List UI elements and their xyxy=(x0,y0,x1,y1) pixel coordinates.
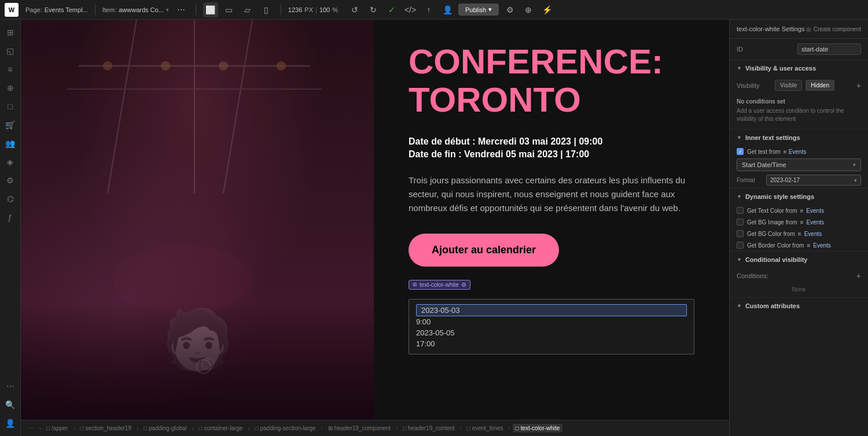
padding-icon: □ xyxy=(144,425,147,431)
zoom-unit: % xyxy=(332,6,338,13)
redo-icon[interactable]: ↻ xyxy=(366,2,381,17)
sidebar-icon-search[interactable]: 🔍 xyxy=(2,397,19,413)
item-options-icon[interactable]: ⋯ xyxy=(174,2,189,17)
inner-text-section: ▼ Inner text settings ✓ Get text from ≡ … xyxy=(730,129,868,188)
format-label: Format xyxy=(737,177,763,183)
breadcrumb-section-header19[interactable]: □ section_header19 xyxy=(77,424,134,433)
inner-text-section-header[interactable]: ▼ Inner text settings xyxy=(730,130,868,146)
settings-top-icon[interactable]: ⚙ xyxy=(502,2,517,17)
breadcrumb-bar: ⋯ › □ /apper › □ section_header19 › □ pa… xyxy=(21,420,729,436)
sidebar-icon-functions[interactable]: ƒ xyxy=(2,209,19,226)
mobile-landscape-icon[interactable]: ▱ xyxy=(240,2,255,17)
sidebar-icon-components[interactable]: □ xyxy=(2,98,19,114)
desktop-view-icon[interactable]: ⬜ xyxy=(203,2,218,17)
sidebar-icon-more[interactable]: ⋯ xyxy=(2,378,19,394)
element-chip-wrapper: ⊞ text-color-white ⚙ xyxy=(409,278,694,294)
sidebar-icon-transform[interactable]: ⌬ xyxy=(2,191,19,207)
publish-button[interactable]: Publish ▾ xyxy=(458,3,499,16)
event-times-icon: □ xyxy=(467,425,470,431)
content-icon: □ xyxy=(403,425,406,431)
hero-image: 🧑 ○ ○ xyxy=(21,20,374,420)
text-color-white-icon: □ xyxy=(516,425,519,431)
item-dropdown-icon[interactable]: ▾ xyxy=(166,7,169,13)
share-icon[interactable]: ↑ xyxy=(421,2,436,17)
calendar-row-3: 17:00 xyxy=(416,338,687,349)
add-calendar-button[interactable]: Ajouter au calendrier xyxy=(409,234,559,267)
breadcrumb-padding-global[interactable]: □ padding-global xyxy=(141,424,190,433)
bg-image-label: Get BG Image from ≡ Events xyxy=(747,219,861,226)
visibility-add-icon[interactable]: + xyxy=(856,81,861,90)
event-description: Trois jours passionnants avec certains d… xyxy=(409,173,694,215)
event-content: CONFERENCE: TORONTO Date de début : Merc… xyxy=(374,20,729,420)
view-icons: ⬜ ▭ ▱ ▯ xyxy=(203,2,274,17)
visibility-toggle-icon: ▼ xyxy=(737,65,742,71)
date-end: Date de fin : Vendredi 05 mai 2023 | 17:… xyxy=(409,149,694,160)
section-icon: □ xyxy=(80,425,83,431)
conditions-add-button[interactable]: + xyxy=(856,271,861,280)
save-icon[interactable]: ✓ xyxy=(384,2,399,17)
zoom-value[interactable]: 100 xyxy=(319,6,330,13)
field-select[interactable]: Start Date/Time ▾ xyxy=(737,158,861,171)
breadcrumb-text-color-white[interactable]: □ text-color-white xyxy=(513,424,563,433)
id-input[interactable] xyxy=(797,43,861,55)
get-text-label: Get text from ≡ Events xyxy=(747,149,806,155)
field-select-caret: ▾ xyxy=(853,162,856,168)
bg-color-label: Get BG Color from ≡ Events xyxy=(747,231,861,237)
hidden-button[interactable]: Hidden xyxy=(806,80,834,91)
breadcrumb-event-times[interactable]: □ event_times xyxy=(464,424,506,433)
calendar-row-0[interactable]: 2023-05-03 xyxy=(416,304,687,316)
text-color-checkbox[interactable] xyxy=(737,207,744,214)
canvas: 🧑 ○ ○ CONFERENCE: TORONTO xyxy=(21,20,729,436)
dynamic-style-header[interactable]: ▼ Dynamic style settings xyxy=(730,189,868,205)
conditions-label: Conditions: xyxy=(737,272,768,279)
sidebar-icon-elements[interactable]: ◱ xyxy=(2,43,19,59)
border-color-checkbox[interactable] xyxy=(737,242,744,249)
conditions-desc: Add a user access condition to control t… xyxy=(737,107,861,123)
button-wrapper: Ajouter au calendrier xyxy=(409,234,694,274)
undo-icon[interactable]: ↺ xyxy=(347,2,362,17)
sidebar-icon-pages[interactable]: ⊞ xyxy=(2,24,19,40)
mobile-portrait-icon[interactable]: ▯ xyxy=(259,2,274,17)
sidebar-icon-settings[interactable]: ⚙ xyxy=(2,172,19,189)
sidebar-icon-ecommerce[interactable]: 🛒 xyxy=(2,117,19,133)
collaborators-icon[interactable]: 👤 xyxy=(440,2,455,17)
get-text-color-row: Get Text Color from ≡ Events xyxy=(730,205,868,216)
bg-color-checkbox[interactable] xyxy=(737,230,744,237)
lightning-icon[interactable]: ⚡ xyxy=(539,2,554,17)
breadcrumb-header19-content[interactable]: □ header19_content xyxy=(400,424,458,433)
more-icon: ⋯ xyxy=(28,425,34,431)
dynamic-style-toggle-icon: ▼ xyxy=(737,194,742,199)
padding-section-icon: □ xyxy=(255,425,258,431)
item-label: Item: xyxy=(102,6,116,13)
get-text-checkbox[interactable]: ✓ xyxy=(737,148,744,155)
format-select[interactable]: 2023-02-17 ▾ xyxy=(766,175,861,186)
chip-label: text-color-white xyxy=(420,282,459,288)
element-chip[interactable]: ⊞ text-color-white ⚙ xyxy=(409,280,470,290)
breadcrumb-wrapper[interactable]: □ /apper xyxy=(43,424,71,433)
breadcrumb-container-large[interactable]: □ container-large xyxy=(196,424,246,433)
visible-button[interactable]: Visible xyxy=(775,80,802,91)
inner-text-section-title: Inner text settings xyxy=(745,134,800,141)
get-text-from-row: ✓ Get text from ≡ Events xyxy=(730,146,868,157)
sidebar-icon-users[interactable]: 👥 xyxy=(2,135,19,152)
page-name[interactable]: Events Templ... xyxy=(45,6,88,13)
conditional-visibility-header[interactable]: ▼ Conditional visibility xyxy=(730,252,868,268)
sidebar-icon-account[interactable]: 👤 xyxy=(2,415,19,431)
tablet-view-icon[interactable]: ▭ xyxy=(222,2,237,17)
size-px-value[interactable]: 1236 xyxy=(288,6,302,13)
code-icon[interactable]: </> xyxy=(403,2,418,17)
bg-image-checkbox[interactable] xyxy=(737,219,744,226)
sidebar-icon-add[interactable]: ⊕ xyxy=(2,80,19,96)
chip-settings-icon[interactable]: ⚙ xyxy=(461,282,466,288)
extensions-icon[interactable]: ⊕ xyxy=(521,2,536,17)
breadcrumb-header19-component[interactable]: ⊞ header19_component xyxy=(325,424,393,433)
date-start: Date de début : Mercredi 03 mai 2023 | 0… xyxy=(409,136,694,147)
sidebar-icon-logic[interactable]: ◈ xyxy=(2,154,19,170)
breadcrumb-padding-section-large[interactable]: □ padding-section-large xyxy=(252,424,318,433)
item-name[interactable]: awwwards Co... xyxy=(119,6,164,13)
create-component-button[interactable]: ◎ Create component xyxy=(806,26,861,32)
custom-attr-toggle-icon: ▼ xyxy=(737,303,742,309)
visibility-section-header[interactable]: ▼ Visibility & user access xyxy=(730,60,868,76)
breadcrumb-more[interactable]: ⋯ xyxy=(25,424,37,433)
sidebar-icon-layers[interactable]: ≡ xyxy=(2,61,19,77)
